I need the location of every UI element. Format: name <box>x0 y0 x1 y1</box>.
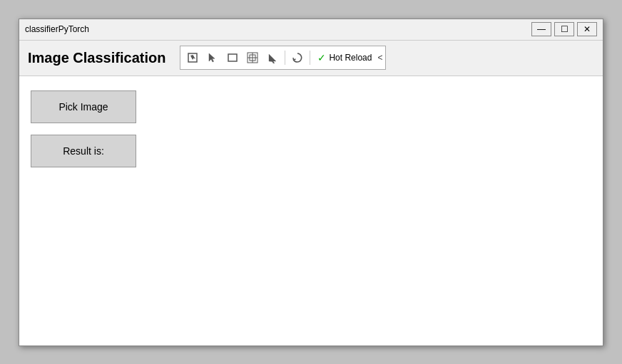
svg-rect-1 <box>228 54 237 61</box>
hot-reload-label: Hot Reload <box>329 53 372 63</box>
hot-reload-check-icon: ✓ <box>317 52 326 63</box>
marquee-icon[interactable] <box>263 48 282 67</box>
hot-reload-button[interactable]: ✓ Hot Reload <box>313 51 376 65</box>
window-title: classifierPyTorch <box>25 24 89 34</box>
toolbar: ✓ Hot Reload < <box>180 46 386 70</box>
toolbar-separator <box>285 51 285 65</box>
window-controls: — ☐ ✕ <box>531 22 597 36</box>
result-label: Result is: <box>31 135 136 167</box>
minimize-button[interactable]: — <box>531 22 551 36</box>
maximize-button[interactable]: ☐ <box>554 22 574 36</box>
refresh-icon[interactable] <box>288 48 307 67</box>
close-button[interactable]: ✕ <box>577 22 597 36</box>
app-title: Image Classification <box>28 50 165 66</box>
header-bar: Image Classification <box>19 41 603 76</box>
cursor-tool-icon[interactable] <box>183 48 202 67</box>
app-window: classifierPyTorch — ☐ ✕ Image Classifica… <box>19 19 603 346</box>
title-bar: classifierPyTorch — ☐ ✕ <box>19 19 603 41</box>
content-area: Pick Image Result is: <box>19 76 603 345</box>
toolbar-collapse-icon[interactable]: < <box>377 53 382 63</box>
inspect-icon[interactable] <box>243 48 262 67</box>
pick-image-button[interactable]: Pick Image <box>31 90 136 123</box>
rect-select-icon[interactable] <box>223 48 242 67</box>
select-icon[interactable] <box>203 48 222 67</box>
toolbar-separator-2 <box>310 51 310 65</box>
